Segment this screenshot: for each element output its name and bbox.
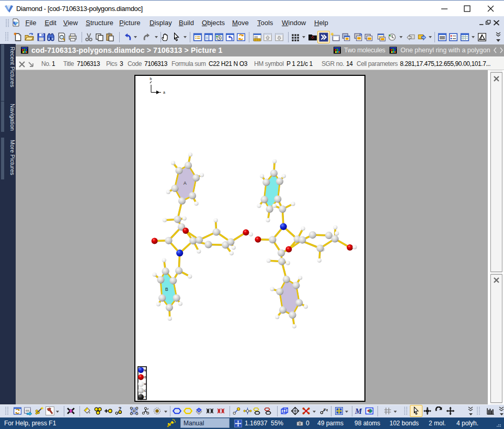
svg-text:C: C [144, 389, 146, 392]
svg-text:B: B [165, 287, 168, 292]
svg-text:a: a [163, 91, 165, 94]
svg-text:Fe: Fe [324, 408, 328, 412]
svg-text:?: ? [118, 407, 121, 411]
svg-text:A: A [184, 180, 187, 186]
svg-text:H: H [144, 382, 146, 386]
svg-text:M: M [354, 407, 362, 415]
svg-text:O: O [144, 376, 146, 379]
svg-text:?: ? [144, 396, 146, 399]
svg-text:b: b [150, 77, 152, 81]
svg-text:N: N [144, 369, 146, 372]
